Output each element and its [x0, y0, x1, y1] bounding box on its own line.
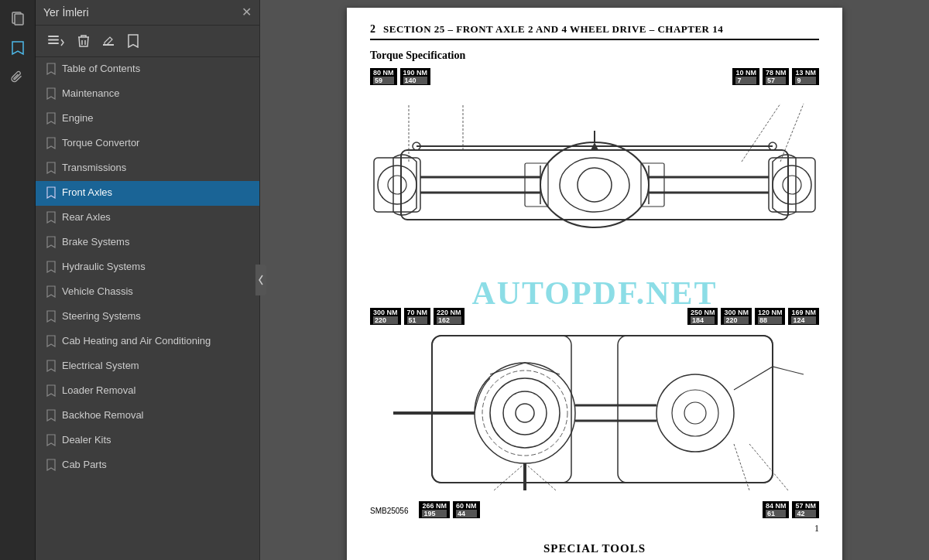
svg-point-11	[378, 166, 417, 204]
bookmark-item-backhoe-removal[interactable]: Backhoe Removal	[36, 404, 259, 429]
bookmark-icon-loader-removal	[46, 384, 56, 399]
svg-rect-2	[48, 36, 59, 37]
bookmark-item-cab-heating[interactable]: Cab Heating and Air Conditioning	[36, 330, 259, 354]
bookmark-label-torque-convertor: Torque Convertor	[62, 136, 139, 150]
bookmark-icon-front-axles	[46, 186, 56, 201]
bookmark-item-torque-convertor[interactable]: Torque Convertor	[36, 131, 259, 156]
svg-point-38	[516, 404, 534, 422]
left-toolbar	[0, 0, 36, 560]
svg-point-37	[503, 391, 547, 435]
sidebar-close-button[interactable]: ✕	[242, 6, 252, 19]
bookmarks-icon[interactable]	[5, 36, 30, 60]
svg-line-48	[525, 463, 556, 490]
delete-bookmark-button[interactable]	[73, 30, 94, 52]
svg-point-8	[560, 158, 629, 212]
bookmark-icon-rear-axles	[46, 211, 56, 226]
sidebar: Yer İmleri ✕	[36, 0, 260, 560]
svg-line-31	[780, 104, 804, 162]
bookmark-item-front-axles[interactable]: Front Axles	[36, 181, 259, 206]
bookmark-label-dealer-kits: Dealer Kits	[62, 433, 111, 447]
bookmark-label-electrical-system: Electrical System	[62, 359, 139, 373]
pdf-page: 2 SECTION 25 – FRONT AXLE 2 AND 4 WHEEL …	[347, 8, 842, 560]
axle-diagram-bottom	[370, 328, 819, 498]
axle-diagram-top	[370, 88, 819, 305]
bookmark-item-transmissions[interactable]: Transmissions	[36, 156, 259, 181]
bookmark-icon-cab-parts	[46, 459, 56, 473]
add-bookmark-button[interactable]	[122, 30, 144, 52]
bookmark-label-engine: Engine	[62, 111, 93, 125]
svg-point-42	[684, 402, 706, 424]
svg-rect-33	[432, 336, 571, 483]
bookmark-list: Table of ContentsMaintenanceEngineTorque…	[36, 57, 259, 560]
main-content: 2 SECTION 25 – FRONT AXLE 2 AND 4 WHEEL …	[260, 0, 929, 560]
bookmark-item-engine[interactable]: Engine	[36, 107, 259, 131]
bookmark-item-brake-systems[interactable]: Brake Systems	[36, 230, 259, 255]
svg-point-41	[672, 390, 718, 436]
bookmark-label-cab-heating: Cab Heating and Air Conditioning	[62, 334, 211, 348]
bookmark-icon-transmissions	[46, 162, 56, 176]
bookmark-icon-table-of-contents	[46, 63, 56, 77]
svg-point-15	[783, 176, 801, 194]
bookmark-item-loader-removal[interactable]: Loader Removal	[36, 379, 259, 404]
svg-point-14	[773, 166, 811, 204]
svg-line-47	[494, 463, 525, 490]
svg-point-7	[540, 142, 649, 227]
page-wrapper: 2 SECTION 25 – FRONT AXLE 2 AND 4 WHEEL …	[260, 0, 929, 560]
svg-point-12	[388, 176, 406, 194]
svg-point-9	[578, 168, 612, 202]
bookmark-item-electrical-system[interactable]: Electrical System	[36, 354, 259, 379]
bookmark-icon-brake-systems	[46, 236, 56, 251]
list-style-button[interactable]	[42, 30, 70, 52]
section-title: SECTION 25 – FRONT AXLE 2 AND 4 WHEEL DR…	[383, 23, 723, 36]
sidebar-toolbar	[36, 26, 259, 57]
bookmark-icon-engine	[46, 112, 56, 127]
bookmark-item-table-of-contents[interactable]: Table of Contents	[36, 57, 259, 82]
bookmark-item-cab-parts[interactable]: Cab Parts	[36, 453, 259, 478]
bookmark-item-maintenance[interactable]: Maintenance	[36, 82, 259, 107]
svg-rect-32	[432, 336, 773, 483]
bookmark-icon-electrical-system	[46, 360, 56, 374]
svg-rect-26	[525, 163, 548, 207]
svg-point-40	[656, 374, 734, 452]
page-footer: 1	[370, 523, 819, 534]
svg-rect-4	[48, 43, 59, 44]
bookmark-label-transmissions: Transmissions	[62, 161, 126, 175]
bookmark-icon-torque-convertor	[46, 137, 56, 152]
bookmark-label-steering-systems: Steering Systems	[62, 309, 141, 323]
page-number: 2	[370, 23, 375, 36]
bookmark-label-rear-axles: Rear Axles	[62, 210, 111, 224]
bookmark-label-backhoe-removal: Backhoe Removal	[62, 408, 144, 422]
svg-rect-3	[48, 39, 59, 41]
bookmark-item-dealer-kits[interactable]: Dealer Kits	[36, 429, 259, 453]
attachments-icon[interactable]	[5, 65, 30, 90]
bookmark-item-hydraulic-systems[interactable]: Hydraulic Systems	[36, 255, 259, 280]
svg-rect-34	[618, 336, 773, 483]
bookmark-icon-cab-heating	[46, 335, 56, 350]
bookmark-label-loader-removal: Loader Removal	[62, 384, 135, 398]
bookmark-label-brake-systems: Brake Systems	[62, 235, 129, 249]
bookmark-icon-hydraulic-systems	[46, 261, 56, 275]
bookmark-icon-vehicle-chassis	[46, 285, 56, 300]
svg-point-39	[482, 370, 567, 456]
bookmark-label-vehicle-chassis: Vehicle Chassis	[62, 285, 133, 299]
sidebar-header: Yer İmleri ✕	[36, 0, 259, 26]
sidebar-collapse-handle[interactable]	[255, 265, 266, 295]
page-header: 2 SECTION 25 – FRONT AXLE 2 AND 4 WHEEL …	[370, 23, 819, 40]
bookmark-label-front-axles: Front Axles	[62, 186, 112, 200]
torque-spec-title: Torque Specification	[370, 50, 819, 62]
bookmark-label-maintenance: Maintenance	[62, 87, 119, 101]
svg-point-36	[490, 378, 560, 448]
pages-icon[interactable]	[5, 6, 30, 31]
special-tools-title: SPECIAL TOOLS	[370, 542, 819, 555]
svg-rect-6	[401, 150, 788, 220]
bookmark-item-vehicle-chassis[interactable]: Vehicle Chassis	[36, 280, 259, 305]
bookmark-icon-backhoe-removal	[46, 409, 56, 424]
bookmark-icon-dealer-kits	[46, 434, 56, 449]
diagram-area: AUTOPDF.NET 80 NM59 190 NM140 10 NM7 78 …	[370, 68, 819, 518]
bookmark-item-rear-axles[interactable]: Rear Axles	[36, 206, 259, 230]
rename-bookmark-button[interactable]	[98, 30, 119, 52]
svg-line-30	[742, 104, 780, 162]
bookmark-label-cab-parts: Cab Parts	[62, 458, 107, 472]
bookmark-icon-maintenance	[46, 87, 56, 102]
bookmark-item-steering-systems[interactable]: Steering Systems	[36, 305, 259, 330]
